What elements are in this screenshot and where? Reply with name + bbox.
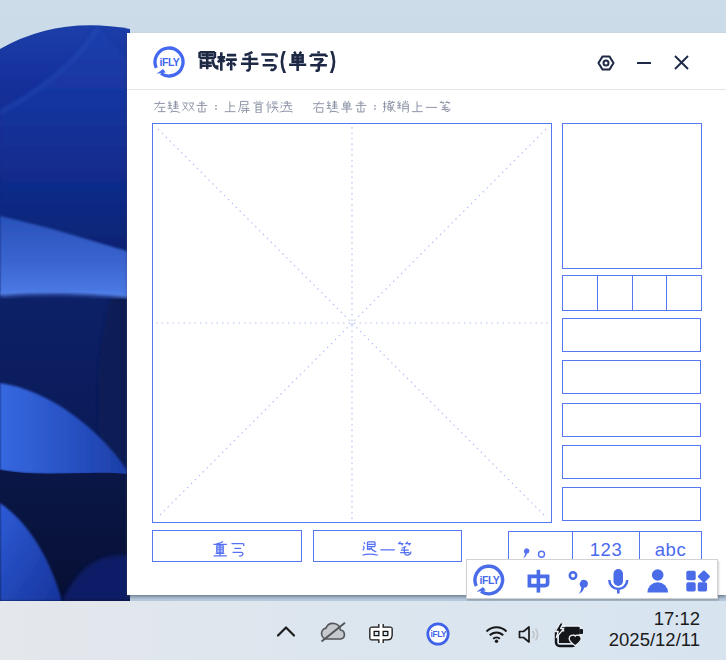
svg-text:iFLY: iFLY <box>431 630 447 639</box>
svg-text:iFLY: iFLY <box>160 56 180 68</box>
svg-text:iFLY: iFLY <box>480 574 500 586</box>
